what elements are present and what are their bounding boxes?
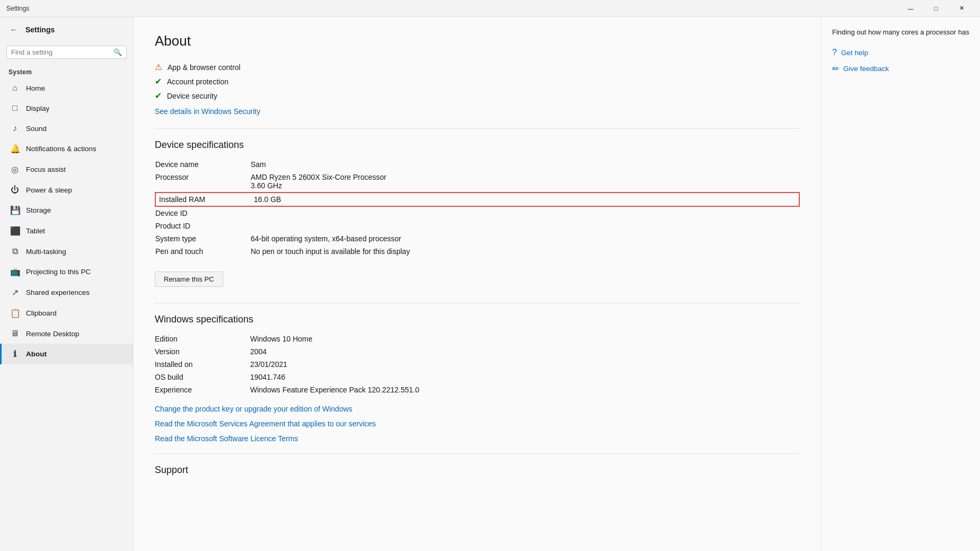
spec-value <box>251 206 799 220</box>
spec-value: 16.0 GB <box>251 193 799 206</box>
search-box-container: 🔍 <box>6 46 127 59</box>
win-spec-label: OS build <box>155 371 250 383</box>
win-spec-value: Windows 10 Home <box>250 333 800 345</box>
win-spec-row-experience: Experience Windows Feature Experience Pa… <box>155 383 800 396</box>
sidebar-item-shared-experiences[interactable]: ↗ Shared experiences <box>0 282 133 303</box>
windows-specs-heading: Windows specifications <box>155 314 800 325</box>
search-input[interactable] <box>11 48 110 56</box>
spec-label: System type <box>155 232 251 245</box>
spec-label: Device name <box>155 158 251 171</box>
sidebar-item-power[interactable]: ⏻ Power & sleep <box>0 180 133 200</box>
win-spec-value: 23/01/2021 <box>250 358 800 371</box>
spec-label: Pen and touch <box>155 245 251 258</box>
spec-label: Product ID <box>155 220 251 232</box>
spec-value: No pen or touch input is available for t… <box>251 245 799 258</box>
device-specs-section: Device specifications Device name Sam Pr… <box>155 139 800 292</box>
display-icon: □ <box>10 103 20 113</box>
close-button[interactable]: ✕ <box>949 0 974 17</box>
sidebar-item-clipboard[interactable]: 📋 Clipboard <box>0 303 133 323</box>
support-section: Support <box>155 465 800 476</box>
help-link-label: Get help <box>841 49 868 57</box>
security-item-label: Device security <box>167 92 217 100</box>
storage-icon: 💾 <box>10 205 20 215</box>
check-icon: ✔ <box>155 76 162 86</box>
minimize-button[interactable]: — <box>898 0 923 17</box>
clipboard-icon: 📋 <box>10 308 20 318</box>
rename-pc-button[interactable]: Rename this PC <box>155 272 223 287</box>
security-items: ⚠ App & browser control ✔ Account protec… <box>155 60 800 103</box>
sidebar-item-display[interactable]: □ Display <box>0 98 133 118</box>
sidebar-label-power: Power & sleep <box>26 186 72 194</box>
sidebar-label-clipboard: Clipboard <box>26 309 57 317</box>
right-panel: Finding out how many cores a processor h… <box>821 17 980 551</box>
help-link-give-feedback[interactable]: ✏ Give feedback <box>832 64 969 74</box>
divider-1 <box>155 128 800 129</box>
spec-row-device-id: Device ID <box>155 206 799 220</box>
help-link-label: Give feedback <box>843 65 889 73</box>
spec-row-pen-and-touch: Pen and touch No pen or touch input is a… <box>155 245 799 258</box>
sidebar-items-list: ⌂ Home □ Display ♪ Sound 🔔 Notifications… <box>0 78 133 364</box>
help-links: ? Get help ✏ Give feedback <box>832 48 969 74</box>
sidebar-item-multitasking[interactable]: ⧉ Multi-tasking <box>0 241 133 261</box>
sidebar-system-label: System <box>0 64 133 78</box>
about-icon: ℹ <box>10 349 20 359</box>
sidebar-item-home[interactable]: ⌂ Home <box>0 78 133 98</box>
sidebar-label-focus-assist: Focus assist <box>26 165 66 173</box>
windows-security-link[interactable]: See details in Windows Security <box>155 107 260 116</box>
divider-3 <box>155 453 800 454</box>
spec-row-processor: Processor AMD Ryzen 5 2600X Six-Core Pro… <box>155 171 799 193</box>
warn-icon: ⚠ <box>155 62 162 72</box>
multitasking-icon: ⧉ <box>10 247 20 256</box>
shared-experiences-icon: ↗ <box>10 287 20 298</box>
sidebar-item-tablet[interactable]: ⬛ Tablet <box>0 221 133 241</box>
sidebar-label-projecting: Projecting to this PC <box>26 268 91 276</box>
search-icon: 🔍 <box>113 48 122 56</box>
help-link-get-help[interactable]: ? Get help <box>832 48 969 57</box>
win-spec-label: Version <box>155 345 250 358</box>
sidebar-header: ← Settings <box>0 17 133 42</box>
security-section: ⚠ App & browser control ✔ Account protec… <box>155 60 800 116</box>
spec-row-device-name: Device name Sam <box>155 158 799 171</box>
maximize-button[interactable]: □ <box>924 0 948 17</box>
device-specs-heading: Device specifications <box>155 139 800 151</box>
spec-value <box>251 220 799 232</box>
spec-value: AMD Ryzen 5 2600X Six-Core Processor3.60… <box>251 171 799 193</box>
sidebar-label-multitasking: Multi-tasking <box>26 248 66 256</box>
win-spec-value: Windows Feature Experience Pack 120.2212… <box>250 383 800 396</box>
win-spec-label: Experience <box>155 383 250 396</box>
sidebar-item-notifications[interactable]: 🔔 Notifications & actions <box>0 138 133 159</box>
spec-label: Installed RAM <box>155 193 251 206</box>
win-spec-value: 2004 <box>250 345 800 358</box>
title-bar: Settings — □ ✕ <box>0 0 980 17</box>
windows-links: Change the product key or upgrade your e… <box>155 405 800 443</box>
spec-row-installed-ram: Installed RAM 16.0 GB <box>155 193 799 206</box>
sidebar-label-notifications: Notifications & actions <box>26 145 96 153</box>
sidebar-label-about: About <box>26 350 47 358</box>
security-item-label: Account protection <box>167 77 228 86</box>
support-heading: Support <box>155 465 800 476</box>
projecting-icon: 📺 <box>10 267 20 277</box>
windows-link[interactable]: Read the Microsoft Services Agreement th… <box>155 419 800 428</box>
sidebar-item-sound[interactable]: ♪ Sound <box>0 118 133 138</box>
sidebar-item-storage[interactable]: 💾 Storage <box>0 200 133 221</box>
sidebar-label-shared-experiences: Shared experiences <box>26 288 90 296</box>
windows-link[interactable]: Change the product key or upgrade your e… <box>155 405 800 413</box>
windows-link[interactable]: Read the Microsoft Software Licence Term… <box>155 434 800 443</box>
divider-2 <box>155 303 800 303</box>
notifications-icon: 🔔 <box>10 144 20 154</box>
back-button[interactable]: ← <box>6 22 21 37</box>
page-title: About <box>155 33 800 49</box>
win-spec-row-installed-on: Installed on 23/01/2021 <box>155 358 800 371</box>
security-item-account-protection: ✔ Account protection <box>155 74 800 89</box>
sidebar-item-remote-desktop[interactable]: 🖥 Remote Desktop <box>0 323 133 344</box>
sidebar-item-projecting[interactable]: 📺 Projecting to this PC <box>0 261 133 282</box>
power-icon: ⏻ <box>10 185 20 195</box>
title-bar-title: Settings <box>6 5 898 12</box>
security-item-device-security: ✔ Device security <box>155 89 800 103</box>
sound-icon: ♪ <box>10 124 20 133</box>
security-item-label: App & browser control <box>167 63 241 72</box>
main-content: About ⚠ App & browser control ✔ Account … <box>134 17 821 551</box>
sidebar-item-focus-assist[interactable]: ◎ Focus assist <box>0 159 133 180</box>
win-spec-row-edition: Edition Windows 10 Home <box>155 333 800 345</box>
sidebar-item-about[interactable]: ℹ About <box>0 344 133 364</box>
